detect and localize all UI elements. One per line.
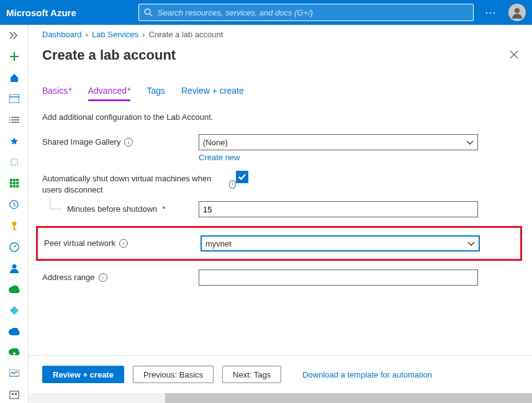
svg-rect-18: [10, 185, 12, 188]
svg-rect-29: [12, 393, 14, 395]
svg-point-9: [9, 119, 11, 120]
page-header: Create a lab account: [29, 43, 532, 75]
dashboard-icon[interactable]: [3, 91, 25, 107]
create-new-link[interactable]: Create new: [199, 153, 240, 162]
chevron-down-icon: [466, 138, 474, 147]
user-avatar[interactable]: [508, 4, 526, 21]
svg-rect-12: [10, 179, 12, 181]
settings-icon[interactable]: [3, 387, 25, 403]
svg-rect-15: [10, 182, 12, 184]
create-resource-icon[interactable]: [3, 48, 25, 65]
svg-rect-24: [14, 229, 16, 230]
cloud-up-icon[interactable]: [3, 345, 25, 361]
key-icon[interactable]: [3, 218, 25, 234]
tab-advanced[interactable]: Advanced*: [88, 86, 131, 101]
shared-image-gallery-value: (None): [203, 138, 228, 147]
svg-rect-3: [9, 94, 19, 103]
peer-vnet-value: myvnet: [205, 239, 232, 248]
previous-button[interactable]: Previous: Basics: [133, 366, 214, 383]
intro-text: Add additional configuration to the Lab …: [42, 112, 518, 122]
address-range-label: Address range: [42, 272, 95, 283]
row-peer-virtual-network: Peer virtual network i myvnet: [38, 235, 516, 251]
svg-rect-19: [13, 185, 16, 188]
diamond-icon[interactable]: [3, 302, 25, 319]
home-icon[interactable]: [3, 70, 25, 86]
main-content: Dashboard › Lab Services › Create a lab …: [29, 25, 532, 403]
tab-basics[interactable]: Basics*: [42, 86, 72, 101]
grid-icon[interactable]: [3, 175, 25, 191]
info-icon[interactable]: i: [99, 273, 107, 282]
global-search[interactable]: [138, 4, 474, 21]
shared-image-gallery-select[interactable]: (None): [199, 134, 478, 150]
minutes-before-shutdown-input[interactable]: [199, 201, 478, 217]
peer-vnet-highlight: Peer virtual network i myvnet: [36, 226, 522, 261]
horizontal-scrollbar[interactable]: [29, 393, 532, 403]
wizard-tabs: Basics* Advanced* Tags Review + create: [29, 75, 532, 101]
row-minutes-before-shutdown: Minutes before shutdown *: [42, 201, 518, 217]
chevron-right-icon: ›: [142, 30, 145, 39]
info-icon[interactable]: i: [229, 180, 236, 189]
cloud-blue-icon[interactable]: [3, 324, 25, 340]
breadcrumb: Dashboard › Lab Services › Create a lab …: [29, 25, 532, 43]
svg-point-26: [12, 264, 16, 268]
close-blade-button[interactable]: [510, 49, 518, 62]
clock-icon[interactable]: [3, 197, 25, 213]
expand-rail-button[interactable]: [3, 27, 25, 43]
auto-shutdown-label: Automatically shut down virtual machines…: [42, 173, 225, 195]
svg-rect-11: [11, 159, 17, 165]
svg-rect-30: [15, 393, 17, 395]
svg-point-8: [9, 117, 11, 118]
row-address-range: Address range i: [42, 269, 518, 286]
row-shared-image-gallery: Shared Image Gallery i (None) Create new: [42, 134, 518, 162]
favorites-icon[interactable]: [3, 133, 25, 149]
tab-review[interactable]: Review + create: [181, 86, 244, 101]
download-template-link[interactable]: Download a template for automation: [302, 370, 432, 379]
azure-topbar: Microsoft Azure ⋯: [0, 0, 532, 25]
info-icon[interactable]: i: [119, 239, 128, 248]
wizard-footer: Review + create Previous: Basics Next: T…: [29, 355, 532, 393]
svg-rect-20: [16, 185, 19, 188]
chevron-right-icon: ›: [86, 30, 88, 39]
cloud-green-icon[interactable]: [3, 281, 25, 297]
left-nav-rail: [0, 25, 29, 403]
tab-tags[interactable]: Tags: [147, 86, 165, 101]
peer-vnet-label: Peer virtual network: [44, 238, 115, 249]
row-auto-shutdown: Automatically shut down virtual machines…: [42, 171, 518, 195]
monitor-icon[interactable]: [3, 366, 25, 382]
shared-image-gallery-label: Shared Image Gallery: [42, 137, 120, 148]
resource-icon-1[interactable]: [3, 154, 25, 170]
svg-line-1: [150, 14, 152, 16]
more-menu-icon[interactable]: ⋯: [485, 6, 497, 19]
global-search-input[interactable]: [158, 8, 468, 17]
brand-logo: Microsoft Azure: [6, 7, 76, 18]
next-button[interactable]: Next: Tags: [222, 366, 281, 383]
info-icon[interactable]: i: [124, 138, 133, 147]
breadcrumb-lab-services[interactable]: Lab Services: [92, 30, 138, 39]
svg-rect-13: [13, 179, 16, 181]
form-body: Add additional configuration to the Lab …: [29, 101, 532, 355]
all-services-icon[interactable]: [3, 112, 25, 128]
auto-shutdown-checkbox[interactable]: [236, 171, 248, 183]
page-title: Create a lab account: [42, 47, 176, 63]
breadcrumb-dashboard[interactable]: Dashboard: [42, 30, 82, 39]
chevron-down-icon: [467, 239, 475, 248]
address-range-input[interactable]: [199, 269, 478, 286]
user-icon[interactable]: [3, 260, 25, 276]
breadcrumb-current: Create a lab account: [148, 30, 223, 39]
minutes-before-shutdown-label: Minutes before shutdown: [67, 204, 157, 215]
search-icon: [144, 8, 153, 17]
review-create-button[interactable]: Review + create: [42, 366, 124, 383]
peer-vnet-select[interactable]: myvnet: [201, 235, 480, 251]
svg-point-0: [145, 9, 150, 14]
svg-rect-16: [13, 182, 16, 184]
svg-rect-28: [10, 391, 19, 399]
svg-rect-14: [16, 179, 19, 181]
svg-point-10: [9, 122, 11, 123]
svg-point-2: [515, 8, 520, 13]
svg-point-22: [12, 221, 16, 225]
gauge-icon[interactable]: [3, 239, 25, 255]
svg-rect-17: [16, 182, 19, 184]
